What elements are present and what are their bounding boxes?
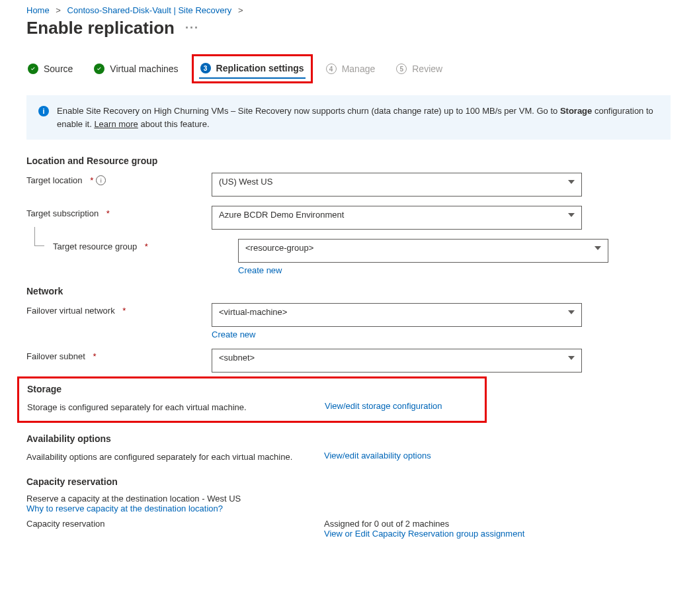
capacity-reservation-label: Capacity reservation <box>26 519 304 529</box>
label-failover-subnet: Failover subnet * <box>26 349 212 361</box>
capacity-assigned-status: Assigned for 0 out of 2 machines <box>324 519 524 529</box>
label-failover-vnet: Failover virtual network * <box>26 303 212 316</box>
section-availability: Availability options <box>26 433 671 444</box>
breadcrumb-vault[interactable]: Contoso-Shared-Disk-Vault | Site Recover… <box>67 5 232 15</box>
tab-review-label: Review <box>412 64 442 74</box>
breadcrumb: Home > Contoso-Shared-Disk-Vault | Site … <box>26 5 671 15</box>
capacity-description: Reserve a capacity at the destination lo… <box>26 494 671 504</box>
step-number-icon: 4 <box>326 64 337 74</box>
info-icon: i <box>38 106 49 116</box>
more-actions-icon[interactable]: ··· <box>185 21 199 35</box>
tab-virtual-machines[interactable]: Virtual machines <box>93 60 179 78</box>
tab-manage: 4 Manage <box>325 60 377 78</box>
create-new-vnet-link[interactable]: Create new <box>212 330 255 339</box>
dropdown-target-location[interactable]: (US) West US <box>212 173 582 197</box>
tab-source-label: Source <box>44 64 73 74</box>
storage-description: Storage is configured separately for eac… <box>27 401 305 414</box>
chevron-icon: > <box>56 5 61 15</box>
check-icon <box>28 64 38 74</box>
section-storage: Storage <box>27 384 477 394</box>
step-number-icon: 3 <box>200 63 211 73</box>
tab-manage-label: Manage <box>342 64 376 74</box>
info-banner-text: Enable Site Recovery on High Churning VM… <box>57 105 659 130</box>
label-target-location: Target location * i <box>26 173 212 185</box>
page-title-text: Enable replication <box>26 18 175 38</box>
view-edit-availability-link[interactable]: View/edit availability options <box>324 451 431 461</box>
tab-replication-settings[interactable]: 3 Replication settings <box>199 59 306 79</box>
section-capacity: Capacity reservation <box>26 476 671 487</box>
dropdown-failover-subnet[interactable]: <subnet> <box>212 349 582 373</box>
create-new-rg-link[interactable]: Create new <box>238 265 282 275</box>
section-location-rg: Location and Resource group <box>26 155 671 166</box>
tab-source[interactable]: Source <box>26 60 74 78</box>
page-title: Enable replication ··· <box>26 18 671 38</box>
wizard-tabs: Source Virtual machines 3 Replication se… <box>26 58 671 79</box>
learn-more-link[interactable]: Learn more <box>94 119 138 129</box>
chevron-icon: > <box>238 5 243 15</box>
tab-replication-label: Replication settings <box>216 63 304 73</box>
step-number-icon: 5 <box>396 64 407 74</box>
view-edit-capacity-link[interactable]: View or Edit Capacity Reservation group … <box>324 529 524 539</box>
tab-review: 5 Review <box>395 60 444 78</box>
tab-vms-label: Virtual machines <box>110 64 178 74</box>
highlight-storage-section: Storage Storage is configured separately… <box>17 376 487 423</box>
dropdown-failover-vnet[interactable]: <virtual-machine> <box>212 303 582 327</box>
dropdown-target-subscription[interactable]: Azure BCDR Demo Environment <box>212 206 582 230</box>
check-icon <box>94 64 104 74</box>
view-edit-storage-link[interactable]: View/edit storage configuration <box>325 401 442 411</box>
section-network: Network <box>26 286 671 296</box>
highlight-replication-settings: 3 Replication settings <box>192 54 313 83</box>
label-target-resource-group: Target resource group * <box>26 239 238 251</box>
info-banner: i Enable Site Recovery on High Churning … <box>26 95 671 140</box>
why-reserve-link[interactable]: Why to reserve capacity at the destinati… <box>26 504 223 513</box>
info-icon[interactable]: i <box>96 175 106 185</box>
label-target-subscription: Target subscription * <box>26 206 212 218</box>
dropdown-target-resource-group[interactable]: <resource-group> <box>238 239 608 263</box>
breadcrumb-home[interactable]: Home <box>26 5 50 15</box>
availability-description: Availability options are configured sepa… <box>26 451 304 464</box>
